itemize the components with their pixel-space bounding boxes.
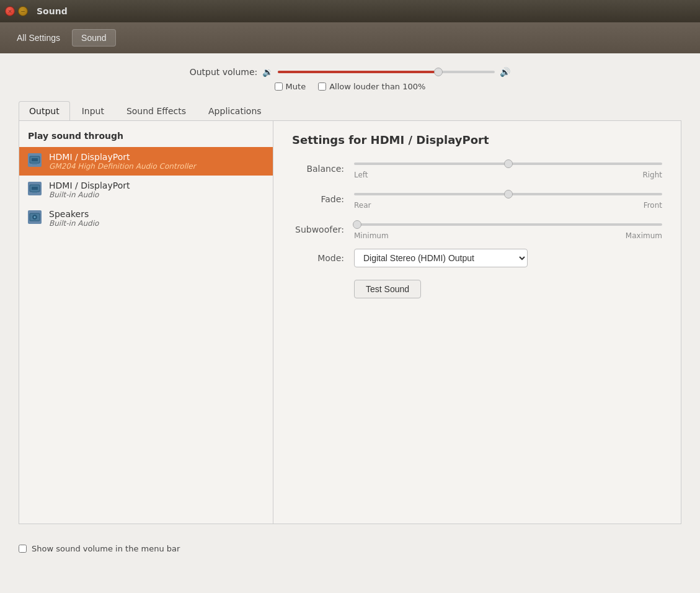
tab-output[interactable]: Output (19, 101, 70, 120)
titlebar: × − Sound (0, 0, 700, 22)
subwoofer-slider-container: Minimum Maximum (354, 218, 662, 240)
mute-checkbox-label[interactable]: Mute (275, 82, 306, 91)
balance-label: Balance: (292, 164, 354, 174)
svg-rect-1 (32, 158, 38, 161)
svg-rect-5 (32, 192, 37, 193)
window-title: Sound (37, 6, 68, 16)
main-content: Output volume: 🔉 🔊 Mute Allow louder tha… (0, 53, 700, 537)
show-volume-label: Show sound volume in the menu bar (32, 544, 180, 553)
fade-labels: Rear Front (354, 201, 662, 210)
speaker-icon (28, 210, 42, 224)
device-name-0: HDMI / DisplayPort (49, 152, 196, 162)
window-controls: × − (5, 6, 28, 16)
show-volume-checkbox[interactable] (19, 545, 27, 553)
device-item-0[interactable]: HDMI / DisplayPort GM204 High Definition… (19, 147, 273, 176)
subwoofer-left-label: Minimum (354, 231, 389, 240)
fade-left-label: Rear (354, 201, 371, 210)
device-info-2: Speakers Built-in Audio (49, 209, 99, 228)
subwoofer-labels: Minimum Maximum (354, 231, 662, 240)
device-icon-1 (28, 182, 43, 197)
device-item-1[interactable]: HDMI / DisplayPort Built-in Audio (19, 176, 273, 204)
settings-title: Settings for HDMI / DisplayPort (292, 133, 662, 146)
svg-rect-4 (32, 187, 38, 190)
volume-low-icon: 🔉 (262, 67, 273, 77)
subwoofer-row: Subwoofer: Minimum Maximum (292, 218, 662, 240)
balance-row: Balance: Left Right (292, 158, 662, 179)
fade-slider-container: Rear Front (354, 188, 662, 210)
balance-slider-container: Left Right (354, 158, 662, 179)
balance-slider[interactable] (354, 158, 662, 170)
fade-right-label: Front (644, 201, 662, 210)
subwoofer-slider[interactable] (354, 218, 662, 231)
volume-row: Output volume: 🔉 🔊 (190, 66, 511, 78)
test-sound-row: Test Sound (292, 276, 662, 298)
volume-section: Output volume: 🔉 🔊 Mute Allow louder tha… (19, 66, 681, 91)
svg-rect-2 (32, 163, 37, 164)
device-name-1: HDMI / DisplayPort (49, 181, 130, 190)
tabs: Output Input Sound Effects Applications (19, 101, 681, 121)
device-info-1: HDMI / DisplayPort Built-in Audio (49, 181, 130, 199)
device-sub-2: Built-in Audio (49, 219, 99, 228)
tab-sound-effects[interactable]: Sound Effects (116, 101, 197, 120)
volume-label: Output volume: (190, 67, 258, 77)
mode-row: Mode: Digital Stereo (HDMI) Output Digit… (292, 249, 662, 267)
device-sub-0: GM204 High Definition Audio Controller (49, 162, 196, 171)
test-sound-button[interactable]: Test Sound (354, 280, 421, 298)
mute-checkbox[interactable] (275, 82, 283, 91)
volume-slider[interactable] (278, 66, 495, 78)
minimize-button[interactable]: − (18, 6, 28, 16)
balance-labels: Left Right (354, 171, 662, 179)
all-settings-button[interactable]: All Settings (7, 29, 69, 47)
fade-row: Fade: Rear Front (292, 188, 662, 210)
tab-applications[interactable]: Applications (198, 101, 272, 120)
device-icon-2 (28, 210, 43, 225)
mode-label: Mode: (292, 253, 354, 263)
device-icon-0 (28, 153, 43, 168)
louder-checkbox-label[interactable]: Allow louder than 100% (318, 82, 425, 91)
tab-content: Play sound through HDMI / DisplayPort GM… (19, 121, 681, 524)
subwoofer-label: Subwoofer: (292, 225, 354, 234)
device-item-2[interactable]: Speakers Built-in Audio (19, 204, 273, 233)
subwoofer-right-label: Maximum (626, 231, 662, 240)
balance-right-label: Right (642, 171, 662, 179)
device-list: Play sound through HDMI / DisplayPort GM… (19, 121, 273, 524)
device-list-header: Play sound through (19, 128, 273, 147)
mode-select[interactable]: Digital Stereo (HDMI) Output Digital Sur… (354, 249, 528, 267)
settings-panel: Settings for HDMI / DisplayPort Balance:… (273, 121, 681, 524)
device-sub-1: Built-in Audio (49, 190, 130, 199)
tab-input[interactable]: Input (71, 101, 115, 120)
device-name-2: Speakers (49, 209, 99, 219)
device-info-0: HDMI / DisplayPort GM204 High Definition… (49, 152, 196, 171)
svg-point-8 (34, 216, 36, 218)
toolbar: All Settings Sound (0, 22, 700, 53)
hdmi-icon-0 (28, 153, 42, 167)
sound-button[interactable]: Sound (72, 29, 115, 47)
balance-left-label: Left (354, 171, 368, 179)
fade-label: Fade: (292, 194, 354, 204)
hdmi-icon-1 (28, 182, 42, 195)
fade-slider[interactable] (354, 188, 662, 200)
volume-options: Mute Allow louder than 100% (275, 82, 426, 91)
volume-high-icon: 🔊 (500, 67, 510, 77)
louder-checkbox[interactable] (318, 82, 326, 91)
close-button[interactable]: × (5, 6, 15, 16)
footer: Show sound volume in the menu bar (0, 537, 700, 561)
